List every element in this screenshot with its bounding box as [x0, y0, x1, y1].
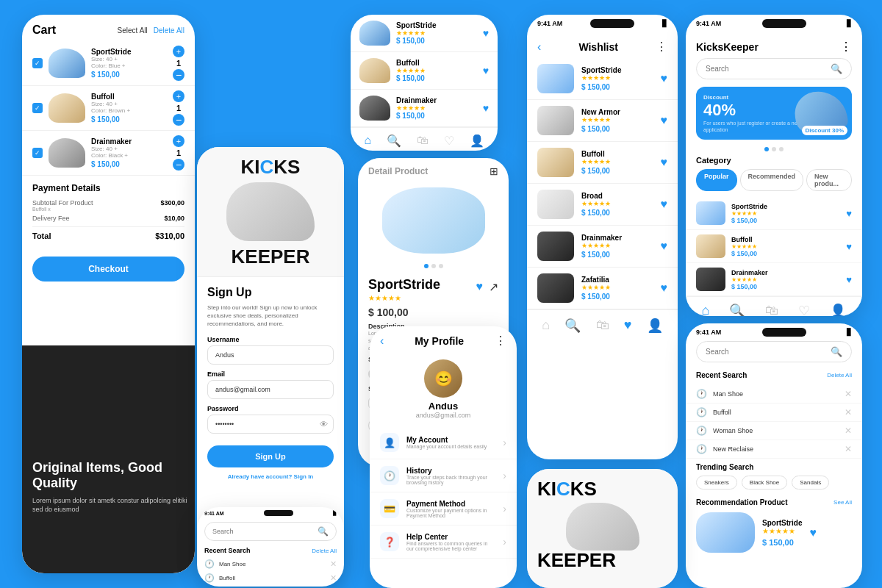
small-search-icon[interactable]: 🔍 — [318, 526, 329, 537]
cart-delete-all[interactable]: Delete All — [154, 26, 184, 35]
kk-product-name-1: SportStride — [731, 203, 840, 210]
cart-checkbox-3[interactable]: ✓ — [32, 148, 43, 158]
wishlist-heart-1[interactable]: ♥ — [483, 27, 489, 39]
tab-recommended[interactable]: Recommended — [740, 169, 804, 191]
product-name-2: Buffoll — [396, 59, 477, 67]
trend-tag-2[interactable]: Black Shoe — [742, 476, 787, 490]
trend-tag-3[interactable]: Sandals — [792, 476, 829, 490]
menu-item-history[interactable]: 🕐 History Trace your steps back through … — [370, 459, 517, 492]
rec-product-name: SportStride — [762, 519, 802, 527]
search-input[interactable] — [706, 348, 826, 356]
wishlist-remove-6[interactable]: ♥ — [661, 282, 668, 295]
dot-1 — [424, 264, 429, 268]
remove-item-4[interactable]: ✕ — [845, 444, 852, 454]
wishlist-more-icon[interactable]: ⋮ — [656, 40, 667, 54]
detail-heart-icon[interactable]: ♥ — [476, 280, 484, 294]
nav-cart-icon[interactable]: 🛍 — [417, 134, 429, 148]
remove-small-1[interactable]: ✕ — [330, 559, 337, 569]
profile-more-icon[interactable]: ⋮ — [495, 334, 506, 348]
rec-heart-icon[interactable]: ♥ — [809, 526, 817, 539]
qty-minus-3[interactable]: − — [173, 159, 184, 171]
wishlist-back-button[interactable]: ‹ — [537, 40, 541, 54]
detail-share-icon[interactable]: ↗ — [489, 280, 498, 294]
recent-item-2[interactable]: Buffoll — [713, 409, 839, 416]
kk-heart-1[interactable]: ♥ — [846, 208, 852, 219]
kk-nav-search[interactable]: 🔍 — [729, 303, 745, 316]
menu-item-help[interactable]: ❓ Help Center Find answers to common que… — [370, 526, 517, 559]
clock-icon-1: 🕐 — [696, 389, 707, 399]
remove-item-2[interactable]: ✕ — [845, 407, 852, 417]
email-input[interactable] — [207, 380, 334, 399]
menu-item-account[interactable]: 👤 My Account Manage your account details… — [370, 426, 517, 459]
qty-num-2: 1 — [176, 104, 181, 112]
cart-header: Cart Select All Delete All — [22, 15, 195, 41]
qty-plus-3[interactable]: + — [173, 135, 184, 147]
nav-home-icon[interactable]: ⌂ — [364, 134, 371, 148]
kk-nav-home[interactable]: ⌂ — [702, 303, 710, 316]
menu-item-payment[interactable]: 💳 Payment Method Customize your payment … — [370, 492, 517, 526]
kk-heart-3[interactable]: ♥ — [846, 274, 852, 285]
recent-item-4[interactable]: New Reclaise — [713, 445, 839, 453]
delete-all-button[interactable]: Delete All — [827, 372, 852, 379]
nav-heart-icon[interactable]: ♥ — [624, 318, 632, 334]
signup-button[interactable]: Sign Up — [207, 445, 334, 467]
qty-plus-1[interactable]: + — [173, 46, 184, 57]
nav-search-icon[interactable]: 🔍 — [564, 318, 581, 334]
signin-link[interactable]: Sign In — [294, 473, 314, 480]
wishlist-heart-2[interactable]: ♥ — [483, 65, 489, 76]
profile-back-button[interactable]: ‹ — [380, 334, 384, 348]
kk-nav-cart[interactable]: 🛍 — [765, 303, 778, 316]
username-input[interactable] — [207, 345, 334, 365]
detail-close-icon[interactable]: ⊞ — [490, 165, 498, 177]
wishlist-remove-5[interactable]: ♥ — [661, 240, 668, 253]
qty-minus-1[interactable]: − — [173, 69, 184, 81]
see-all-button[interactable]: See All — [833, 499, 852, 506]
kk-nav-heart[interactable]: ♡ — [798, 303, 810, 316]
recent-small-2[interactable]: Buffoll — [219, 575, 326, 581]
tab-popular[interactable]: Popular — [696, 169, 737, 191]
remove-item-1[interactable]: ✕ — [845, 389, 852, 399]
checkout-button[interactable]: Checkout — [32, 257, 184, 282]
recent-small-1[interactable]: Man Shoe — [219, 561, 326, 567]
cart-checkbox-2[interactable]: ✓ — [32, 103, 43, 113]
search-icon[interactable]: 🔍 — [831, 346, 842, 357]
remove-small-2[interactable]: ✕ — [330, 573, 337, 583]
wishlist-remove-1[interactable]: ♥ — [661, 72, 668, 85]
discount-banner: Discount 40% For users who just register… — [696, 87, 852, 140]
wishlist-heart-3[interactable]: ♥ — [483, 102, 489, 114]
remove-item-3[interactable]: ✕ — [845, 426, 852, 436]
wishlist-panel: 9:41 AM ▊ ‹ Wishlist ⋮ SportStride ★★★★★… — [527, 15, 678, 459]
nav-heart-icon[interactable]: ♡ — [444, 134, 454, 148]
rec-product: SportStride ★★★★★ $ 150,00 ♥ — [696, 512, 852, 553]
nav-home-icon[interactable]: ⌂ — [542, 318, 550, 334]
kk-nav-profile[interactable]: 👤 — [830, 303, 846, 316]
kk-menu-icon[interactable]: ⋮ — [840, 40, 852, 54]
nav-cart-icon[interactable]: 🛍 — [596, 318, 609, 334]
clock-icon-3: 🕐 — [696, 426, 707, 436]
list-item: 🕐 New Reclaise ✕ — [686, 440, 862, 459]
cart-item-name-2: Buffoll — [91, 93, 167, 101]
cart-checkbox-1[interactable]: ✓ — [32, 58, 43, 68]
recent-item-3[interactable]: Woman Shoe — [713, 427, 839, 434]
dot-indicator — [358, 264, 509, 268]
qty-plus-2[interactable]: + — [173, 90, 184, 102]
nav-search-icon[interactable]: 🔍 — [387, 134, 401, 148]
wishlist-remove-3[interactable]: ♥ — [661, 156, 668, 169]
password-input[interactable] — [207, 415, 334, 434]
recent-item-1[interactable]: Man Shoe — [713, 390, 839, 398]
nav-profile-icon[interactable]: 👤 — [647, 318, 663, 334]
qty-minus-2[interactable]: − — [173, 114, 184, 126]
trend-tag-1[interactable]: Sneakers — [696, 476, 737, 490]
wishlist-remove-4[interactable]: ♥ — [661, 198, 668, 211]
kk-product-image-1 — [696, 201, 725, 225]
eye-icon[interactable]: 👁 — [320, 420, 328, 429]
kk-search-input[interactable] — [706, 65, 826, 73]
kk-heart-2[interactable]: ♥ — [846, 241, 852, 252]
wishlist-remove-2[interactable]: ♥ — [661, 114, 668, 127]
small-search-input[interactable] — [212, 528, 314, 535]
kk-search-icon[interactable]: 🔍 — [831, 63, 842, 74]
nav-profile-icon[interactable]: 👤 — [470, 134, 484, 148]
tab-new[interactable]: New produ... — [806, 169, 852, 191]
delete-all-small[interactable]: Delete All — [312, 548, 337, 554]
cart-select-all[interactable]: Select All — [118, 26, 148, 35]
